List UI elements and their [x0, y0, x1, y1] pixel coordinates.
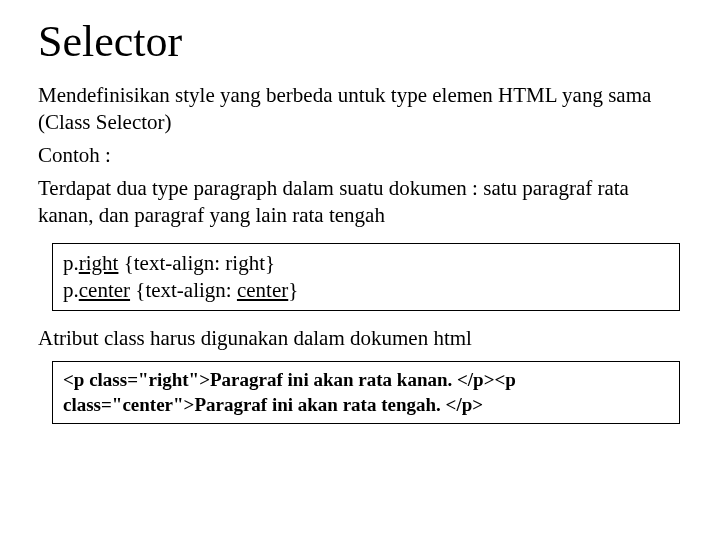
css-underline: right — [79, 251, 119, 275]
css-underline: center — [237, 278, 288, 302]
slide: Selector Mendefinisikan style yang berbe… — [0, 0, 718, 444]
css-line-1: p.right {text-align: right} — [63, 250, 669, 277]
intro-paragraph: Mendefinisikan style yang berbeda untuk … — [38, 82, 680, 136]
css-line-2: p.center {text-align: center} — [63, 277, 669, 304]
css-code-box: p.right {text-align: right} p.center {te… — [52, 243, 680, 311]
example-description: Terdapat dua type paragraph dalam suatu … — [38, 175, 680, 229]
css-text: {text-align: right} — [118, 251, 275, 275]
css-text: p. — [63, 251, 79, 275]
css-text: p. — [63, 278, 79, 302]
html-code-box: <p class="right">Paragraf ini akan rata … — [52, 361, 680, 424]
html-code-text: <p class="right">Paragraf ini akan rata … — [63, 369, 516, 414]
css-text: {text-align: — [130, 278, 237, 302]
css-underline: center — [79, 278, 130, 302]
contoh-label: Contoh : — [38, 142, 680, 169]
class-attribute-note: Atribut class harus digunakan dalam doku… — [38, 325, 680, 352]
slide-title: Selector — [38, 18, 680, 66]
css-text: } — [288, 278, 298, 302]
